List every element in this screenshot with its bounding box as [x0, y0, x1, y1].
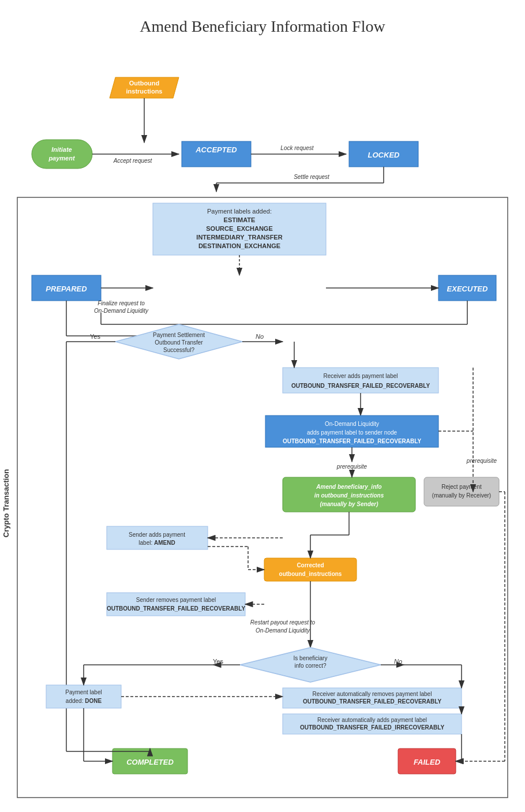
svg-text:COMPLETED: COMPLETED [126, 758, 174, 766]
svg-text:info correct?: info correct? [294, 663, 326, 669]
svg-line-88 [248, 547, 264, 570]
svg-text:Reject payment: Reject payment [441, 484, 482, 490]
svg-text:Yes: Yes [213, 658, 223, 665]
svg-text:label: AMEND: label: AMEND [138, 540, 175, 546]
svg-text:PREPARED: PREPARED [46, 285, 87, 293]
svg-rect-72 [424, 477, 499, 506]
svg-text:Finalize request to: Finalize request to [97, 300, 145, 306]
svg-text:instructions: instructions [126, 88, 163, 95]
svg-text:No: No [394, 658, 402, 665]
svg-text:ESTIMATE: ESTIMATE [224, 216, 256, 223]
svg-text:On-Demand Liquidity: On-Demand Liquidity [325, 421, 379, 427]
svg-text:prerequisite: prerequisite [466, 458, 497, 464]
svg-text:DESTINATION_EXCHANGE: DESTINATION_EXCHANGE [198, 242, 280, 249]
svg-text:Outbound: Outbound [129, 80, 160, 87]
svg-rect-91 [107, 593, 245, 616]
svg-text:added: DONE: added: DONE [66, 698, 102, 704]
svg-rect-106 [46, 685, 121, 708]
svg-text:Successful?: Successful? [163, 347, 194, 353]
svg-text:Corrected: Corrected [297, 562, 324, 568]
svg-text:Payment Settlement: Payment Settlement [153, 332, 205, 338]
svg-text:(manually by Sender): (manually by Sender) [320, 501, 378, 507]
svg-text:LOCKED: LOCKED [368, 151, 400, 159]
svg-text:Receiver automatically removes: Receiver automatically removes payment l… [313, 691, 432, 697]
svg-text:SOURCE_EXCHANGE: SOURCE_EXCHANGE [206, 225, 273, 232]
svg-text:Amend beneficiary_info: Amend beneficiary_info [316, 484, 381, 490]
svg-text:Is beneficiary: Is beneficiary [294, 655, 328, 661]
svg-text:On-Demand Liquidity: On-Demand Liquidity [94, 308, 149, 314]
svg-text:EXECUTED: EXECUTED [447, 285, 488, 293]
svg-text:outbound_instructions: outbound_instructions [279, 571, 342, 577]
diagram-container: Outbound instructions Initiate payment A… [0, 47, 525, 812]
svg-text:Lock request: Lock request [280, 145, 314, 151]
svg-text:adds payment label to sender n: adds payment label to sender node [307, 429, 397, 436]
svg-text:INTERMEDIARY_TRANSFER: INTERMEDIARY_TRANSFER [196, 234, 282, 241]
page-title: Amend Beneficiary Information Flow [0, 0, 525, 47]
svg-text:Accept request: Accept request [113, 158, 153, 164]
svg-rect-81 [264, 558, 357, 581]
svg-text:Yes: Yes [90, 333, 100, 340]
svg-text:(manually by Receiver): (manually by Receiver) [432, 492, 491, 499]
svg-rect-77 [107, 526, 208, 549]
svg-text:OUTBOUND_TRANSFER_FAILED_RECOV: OUTBOUND_TRANSFER_FAILED_RECOVERABLY [107, 605, 246, 612]
svg-text:payment: payment [48, 155, 76, 162]
svg-text:OUTBOUND_TRANSFER_FAILED_RECOV: OUTBOUND_TRANSFER_FAILED_RECOVERABLY [291, 383, 430, 389]
svg-text:Settle request: Settle request [294, 174, 330, 180]
svg-text:Restart payout request to: Restart payout request to [250, 619, 316, 626]
svg-text:Payment label: Payment label [65, 689, 102, 695]
svg-text:Payment labels added:: Payment labels added: [207, 208, 272, 215]
svg-text:OUTBOUND_TRANSFER_FAILED_IRREC: OUTBOUND_TRANSFER_FAILED_IRRECOVERABLY [300, 724, 445, 731]
svg-text:FAILED: FAILED [414, 758, 441, 766]
svg-text:On-Demand Liquidity: On-Demand Liquidity [256, 627, 310, 634]
svg-text:No: No [256, 333, 264, 340]
svg-text:Crypto Transaction: Crypto Transaction [2, 469, 10, 538]
svg-text:in outbound_instructions: in outbound_instructions [314, 492, 384, 499]
svg-text:Sender adds payment: Sender adds payment [129, 532, 185, 538]
svg-text:Receiver automatically adds pa: Receiver automatically adds payment labe… [317, 717, 427, 723]
svg-rect-52 [283, 368, 438, 393]
svg-text:Receiver adds payment label: Receiver adds payment label [324, 373, 398, 379]
svg-text:Initiate: Initiate [51, 146, 72, 153]
svg-text:Sender removes payment label: Sender removes payment label [136, 597, 216, 603]
svg-text:OUTBOUND_TRANSFER_FAILED_RECOV: OUTBOUND_TRANSFER_FAILED_RECOVERABLY [303, 698, 442, 705]
svg-text:OUTBOUND_TRANSFER_FAILED_RECOV: OUTBOUND_TRANSFER_FAILED_RECOVERABLY [283, 438, 422, 444]
svg-text:Outbound Transfer: Outbound Transfer [155, 339, 203, 346]
svg-text:ACCEPTED: ACCEPTED [195, 145, 237, 154]
svg-text:prerequisite: prerequisite [336, 463, 367, 470]
svg-rect-6 [32, 140, 92, 169]
